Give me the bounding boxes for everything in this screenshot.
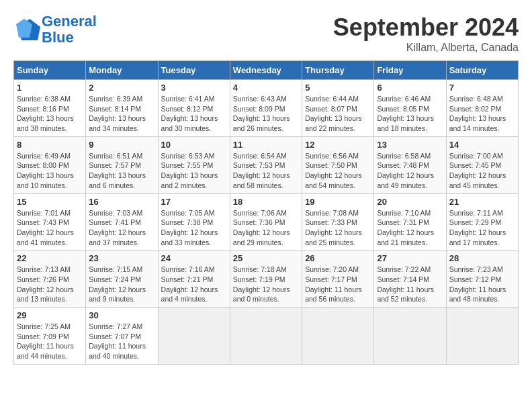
day-info: Sunrise: 7:20 AMSunset: 7:17 PMDaylight:… bbox=[305, 265, 371, 304]
day-info: Sunrise: 7:11 AMSunset: 7:29 PMDaylight:… bbox=[449, 208, 515, 248]
day-number: 21 bbox=[449, 197, 515, 207]
day-number: 23 bbox=[89, 253, 154, 263]
table-row: 6Sunrise: 6:46 AMSunset: 8:05 PMDaylight… bbox=[374, 80, 446, 137]
day-info: Sunrise: 6:48 AMSunset: 8:02 PMDaylight:… bbox=[449, 94, 515, 134]
table-row: 2Sunrise: 6:39 AMSunset: 8:14 PMDaylight… bbox=[86, 80, 158, 137]
calendar-subtitle: Killam, Alberta, Canada bbox=[333, 42, 519, 54]
day-number: 15 bbox=[17, 197, 83, 207]
table-row: 26Sunrise: 7:20 AMSunset: 7:17 PMDayligh… bbox=[302, 250, 374, 308]
day-number: 3 bbox=[161, 83, 227, 93]
day-number: 28 bbox=[449, 253, 515, 263]
table-row: 30Sunrise: 7:27 AMSunset: 7:07 PMDayligh… bbox=[86, 308, 158, 365]
day-info: Sunrise: 6:54 AMSunset: 7:53 PMDaylight:… bbox=[233, 151, 299, 191]
day-info: Sunrise: 7:10 AMSunset: 7:31 PMDaylight:… bbox=[377, 208, 443, 248]
table-row: 16Sunrise: 7:03 AMSunset: 7:41 PMDayligh… bbox=[86, 193, 158, 250]
header-friday: Friday bbox=[374, 61, 446, 80]
day-number: 29 bbox=[17, 310, 83, 320]
day-info: Sunrise: 7:01 AMSunset: 7:43 PMDaylight:… bbox=[17, 208, 83, 248]
week-row-4: 29Sunrise: 7:25 AMSunset: 7:09 PMDayligh… bbox=[14, 308, 519, 365]
table-row: 25Sunrise: 7:18 AMSunset: 7:19 PMDayligh… bbox=[230, 250, 302, 308]
day-info: Sunrise: 6:56 AMSunset: 7:50 PMDaylight:… bbox=[305, 151, 371, 191]
logo-line1: General bbox=[42, 13, 97, 30]
day-number: 8 bbox=[17, 140, 83, 150]
day-info: Sunrise: 7:13 AMSunset: 7:26 PMDaylight:… bbox=[17, 265, 83, 304]
day-number: 12 bbox=[305, 140, 371, 150]
day-number: 19 bbox=[305, 197, 371, 207]
day-info: Sunrise: 6:58 AMSunset: 7:48 PMDaylight:… bbox=[377, 151, 443, 191]
day-info: Sunrise: 7:15 AMSunset: 7:24 PMDaylight:… bbox=[89, 265, 154, 304]
day-info: Sunrise: 7:16 AMSunset: 7:21 PMDaylight:… bbox=[161, 265, 227, 304]
day-number: 30 bbox=[89, 310, 154, 320]
table-row: 17Sunrise: 7:05 AMSunset: 7:38 PMDayligh… bbox=[158, 193, 230, 250]
week-row-1: 8Sunrise: 6:49 AMSunset: 8:00 PMDaylight… bbox=[14, 136, 519, 193]
day-number: 1 bbox=[17, 83, 83, 93]
logo-icon bbox=[13, 16, 40, 43]
table-row: 23Sunrise: 7:15 AMSunset: 7:24 PMDayligh… bbox=[86, 250, 158, 308]
header-tuesday: Tuesday bbox=[158, 61, 230, 80]
table-row: 19Sunrise: 7:08 AMSunset: 7:33 PMDayligh… bbox=[302, 193, 374, 250]
day-info: Sunrise: 7:23 AMSunset: 7:12 PMDaylight:… bbox=[449, 265, 515, 304]
day-number: 13 bbox=[377, 140, 443, 150]
table-row: 29Sunrise: 7:25 AMSunset: 7:09 PMDayligh… bbox=[14, 308, 86, 365]
day-info: Sunrise: 7:00 AMSunset: 7:45 PMDaylight:… bbox=[449, 151, 515, 191]
table-row: 28Sunrise: 7:23 AMSunset: 7:12 PMDayligh… bbox=[446, 250, 518, 308]
table-row: 9Sunrise: 6:51 AMSunset: 7:57 PMDaylight… bbox=[86, 136, 158, 193]
week-row-0: 1Sunrise: 6:38 AMSunset: 8:16 PMDaylight… bbox=[14, 80, 519, 137]
table-row: 4Sunrise: 6:43 AMSunset: 8:09 PMDaylight… bbox=[230, 80, 302, 137]
table-row: 15Sunrise: 7:01 AMSunset: 7:43 PMDayligh… bbox=[14, 193, 86, 250]
week-row-3: 22Sunrise: 7:13 AMSunset: 7:26 PMDayligh… bbox=[14, 250, 519, 308]
day-number: 25 bbox=[233, 253, 299, 263]
header-row: SundayMondayTuesdayWednesdayThursdayFrid… bbox=[14, 61, 519, 80]
header-saturday: Saturday bbox=[446, 61, 518, 80]
week-row-2: 15Sunrise: 7:01 AMSunset: 7:43 PMDayligh… bbox=[14, 193, 519, 250]
day-info: Sunrise: 7:25 AMSunset: 7:09 PMDaylight:… bbox=[17, 322, 83, 361]
day-info: Sunrise: 7:08 AMSunset: 7:33 PMDaylight:… bbox=[305, 208, 371, 248]
day-info: Sunrise: 7:18 AMSunset: 7:19 PMDaylight:… bbox=[233, 265, 299, 304]
table-row: 12Sunrise: 6:56 AMSunset: 7:50 PMDayligh… bbox=[302, 136, 374, 193]
day-info: Sunrise: 6:41 AMSunset: 8:12 PMDaylight:… bbox=[161, 94, 227, 134]
day-number: 20 bbox=[377, 197, 443, 207]
table-row: 5Sunrise: 6:44 AMSunset: 8:07 PMDaylight… bbox=[302, 80, 374, 137]
calendar-header: SundayMondayTuesdayWednesdayThursdayFrid… bbox=[14, 61, 519, 80]
table-row: 20Sunrise: 7:10 AMSunset: 7:31 PMDayligh… bbox=[374, 193, 446, 250]
calendar-table: SundayMondayTuesdayWednesdayThursdayFrid… bbox=[13, 60, 519, 365]
day-number: 4 bbox=[233, 83, 299, 93]
table-row bbox=[374, 308, 446, 365]
header-wednesday: Wednesday bbox=[230, 61, 302, 80]
day-info: Sunrise: 6:51 AMSunset: 7:57 PMDaylight:… bbox=[89, 151, 154, 191]
day-number: 11 bbox=[233, 140, 299, 150]
day-number: 26 bbox=[305, 253, 371, 263]
day-number: 16 bbox=[89, 197, 154, 207]
table-row: 8Sunrise: 6:49 AMSunset: 8:00 PMDaylight… bbox=[14, 136, 86, 193]
logo: General Blue bbox=[13, 13, 97, 46]
day-info: Sunrise: 7:27 AMSunset: 7:07 PMDaylight:… bbox=[89, 322, 154, 361]
day-info: Sunrise: 7:22 AMSunset: 7:14 PMDaylight:… bbox=[377, 265, 443, 304]
day-number: 5 bbox=[305, 83, 371, 93]
table-row: 13Sunrise: 6:58 AMSunset: 7:48 PMDayligh… bbox=[374, 136, 446, 193]
day-info: Sunrise: 6:49 AMSunset: 8:00 PMDaylight:… bbox=[17, 151, 83, 191]
table-row bbox=[230, 308, 302, 365]
table-row bbox=[158, 308, 230, 365]
day-number: 17 bbox=[161, 197, 227, 207]
day-number: 10 bbox=[161, 140, 227, 150]
day-info: Sunrise: 6:44 AMSunset: 8:07 PMDaylight:… bbox=[305, 94, 371, 134]
day-info: Sunrise: 6:43 AMSunset: 8:09 PMDaylight:… bbox=[233, 94, 299, 134]
day-number: 27 bbox=[377, 253, 443, 263]
day-info: Sunrise: 7:03 AMSunset: 7:41 PMDaylight:… bbox=[89, 208, 154, 248]
day-number: 7 bbox=[449, 83, 515, 93]
logo-line2: Blue bbox=[42, 29, 74, 46]
calendar-body: 1Sunrise: 6:38 AMSunset: 8:16 PMDaylight… bbox=[14, 80, 519, 365]
table-row: 18Sunrise: 7:06 AMSunset: 7:36 PMDayligh… bbox=[230, 193, 302, 250]
day-number: 18 bbox=[233, 197, 299, 207]
day-number: 14 bbox=[449, 140, 515, 150]
table-row: 7Sunrise: 6:48 AMSunset: 8:02 PMDaylight… bbox=[446, 80, 518, 137]
table-row bbox=[302, 308, 374, 365]
header-thursday: Thursday bbox=[302, 61, 374, 80]
day-number: 9 bbox=[89, 140, 154, 150]
day-number: 24 bbox=[161, 253, 227, 263]
table-row: 24Sunrise: 7:16 AMSunset: 7:21 PMDayligh… bbox=[158, 250, 230, 308]
table-row: 3Sunrise: 6:41 AMSunset: 8:12 PMDaylight… bbox=[158, 80, 230, 137]
table-row: 27Sunrise: 7:22 AMSunset: 7:14 PMDayligh… bbox=[374, 250, 446, 308]
calendar-title: September 2024 bbox=[333, 13, 519, 42]
table-row: 14Sunrise: 7:00 AMSunset: 7:45 PMDayligh… bbox=[446, 136, 518, 193]
